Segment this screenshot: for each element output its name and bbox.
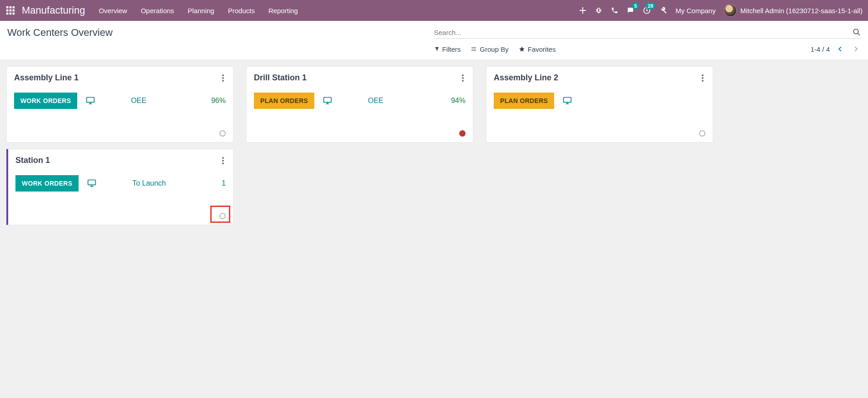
user-name: Mitchell Admin (16230712-saas-15-1-all) <box>740 7 863 15</box>
pager-prev[interactable] <box>835 44 845 54</box>
nav-menu: Overview Operations Planning Products Re… <box>99 7 298 15</box>
svg-point-29 <box>462 74 464 76</box>
svg-rect-32 <box>324 98 332 103</box>
nav-overview[interactable]: Overview <box>99 7 127 15</box>
filters-button[interactable]: Filters <box>434 45 461 53</box>
plan-orders-button[interactable]: PLAN ORDERS <box>254 93 314 109</box>
activities-badge: 28 <box>645 3 655 9</box>
nav-reporting[interactable]: Reporting <box>268 7 298 15</box>
work-orders-button[interactable]: WORK ORDERS <box>14 93 77 109</box>
svg-point-24 <box>222 160 224 162</box>
svg-point-25 <box>222 162 224 164</box>
svg-line-13 <box>858 33 860 35</box>
user-menu[interactable]: Mitchell Admin (16230712-saas-15-1-all) <box>724 4 863 17</box>
chevron-left-icon <box>837 46 843 52</box>
svg-rect-6 <box>6 13 9 15</box>
messages-icon[interactable]: 5 <box>626 6 635 15</box>
card-menu-icon[interactable] <box>220 74 226 83</box>
monitor-icon[interactable] <box>322 96 332 105</box>
oee-value[interactable]: 94% <box>451 97 466 105</box>
list-icon <box>471 46 477 52</box>
star-icon <box>519 46 525 52</box>
status-dot[interactable] <box>459 130 466 137</box>
svg-rect-10 <box>580 10 586 11</box>
card-menu-icon[interactable] <box>220 156 226 165</box>
kanban-column-1: Assembly Line 1 WORK ORDERS OEE 96% Stat… <box>6 66 233 225</box>
search-bar <box>434 26 861 39</box>
nav-operations[interactable]: Operations <box>141 7 174 15</box>
card-menu-icon[interactable] <box>460 74 466 83</box>
svg-point-12 <box>853 29 858 34</box>
status-dot[interactable] <box>219 213 226 219</box>
dots-vertical-icon <box>222 157 224 164</box>
card-title: Assembly Line 1 <box>14 73 79 83</box>
groupby-button[interactable]: Group By <box>471 45 508 53</box>
work-orders-button[interactable]: WORK ORDERS <box>15 175 79 192</box>
avatar <box>724 4 737 17</box>
favorites-button[interactable]: Favorites <box>519 45 556 53</box>
status-dot[interactable] <box>219 130 226 137</box>
activities-icon[interactable]: 28 <box>643 6 651 15</box>
monitor-icon[interactable] <box>87 179 97 188</box>
main-nav: Manufacturing Overview Operations Planni… <box>0 0 868 21</box>
pager-text[interactable]: 1-4 / 4 <box>810 45 830 53</box>
svg-point-23 <box>222 157 224 159</box>
card-assembly-line-1[interactable]: Assembly Line 1 WORK ORDERS OEE 96% <box>6 66 233 142</box>
pager-next[interactable] <box>851 44 861 54</box>
svg-rect-26 <box>88 180 96 185</box>
card-title: Drill Station 1 <box>254 73 307 83</box>
oee-label[interactable]: OEE <box>131 97 146 105</box>
card-menu-icon[interactable] <box>700 74 705 83</box>
card-assembly-line-2[interactable]: Assembly Line 2 PLAN ORDERS <box>486 66 713 142</box>
tools-icon[interactable] <box>659 6 667 15</box>
plan-orders-button[interactable]: PLAN ORDERS <box>494 93 554 109</box>
to-launch-label[interactable]: To Launch <box>132 179 166 187</box>
bug-icon[interactable] <box>595 6 603 15</box>
svg-rect-3 <box>6 10 9 12</box>
oee-value[interactable]: 96% <box>211 97 226 105</box>
card-title: Station 1 <box>15 156 50 165</box>
svg-rect-2 <box>13 6 15 9</box>
chevron-right-icon <box>853 46 859 52</box>
nav-right: 5 28 My Company Mitchell Admin (16230712… <box>579 4 863 17</box>
control-panel: Work Centers Overview Filters Group By F… <box>0 21 868 60</box>
phone-icon[interactable] <box>611 7 618 14</box>
svg-rect-5 <box>13 10 15 12</box>
svg-rect-1 <box>10 6 12 9</box>
apps-icon[interactable] <box>5 5 15 15</box>
page-title: Work Centers Overview <box>7 27 434 39</box>
svg-rect-20 <box>87 98 94 103</box>
favorites-label: Favorites <box>528 45 556 53</box>
svg-point-36 <box>702 77 704 79</box>
monitor-icon[interactable] <box>85 96 95 105</box>
funnel-icon <box>434 46 440 52</box>
card-station-1[interactable]: Station 1 WORK ORDERS To Launch 1 <box>6 149 233 225</box>
svg-point-37 <box>702 80 704 82</box>
search-input[interactable] <box>434 29 853 36</box>
filter-bar: Filters Group By Favorites <box>434 45 556 53</box>
svg-point-18 <box>222 77 224 79</box>
plus-icon[interactable] <box>579 7 586 14</box>
svg-point-17 <box>222 74 224 76</box>
dots-vertical-icon <box>222 74 224 82</box>
filters-label: Filters <box>442 45 461 53</box>
to-launch-value[interactable]: 1 <box>222 179 226 187</box>
svg-point-30 <box>462 77 464 79</box>
nav-products[interactable]: Products <box>228 7 255 15</box>
dots-vertical-icon <box>462 74 464 82</box>
nav-planning[interactable]: Planning <box>188 7 214 15</box>
monitor-icon[interactable] <box>562 96 572 105</box>
company-selector[interactable]: My Company <box>675 7 715 15</box>
svg-rect-7 <box>10 13 12 15</box>
app-brand[interactable]: Manufacturing <box>22 5 85 16</box>
card-drill-station-1[interactable]: Drill Station 1 PLAN ORDERS OEE 94% <box>246 66 473 142</box>
svg-rect-0 <box>6 6 9 9</box>
search-icon[interactable] <box>853 28 861 36</box>
svg-rect-16 <box>471 50 476 51</box>
svg-rect-38 <box>564 98 571 103</box>
svg-point-19 <box>222 80 224 82</box>
svg-rect-8 <box>13 13 15 15</box>
status-dot[interactable] <box>699 130 705 137</box>
kanban-column-3: Assembly Line 2 PLAN ORDERS <box>486 66 713 225</box>
oee-label[interactable]: OEE <box>368 97 383 105</box>
